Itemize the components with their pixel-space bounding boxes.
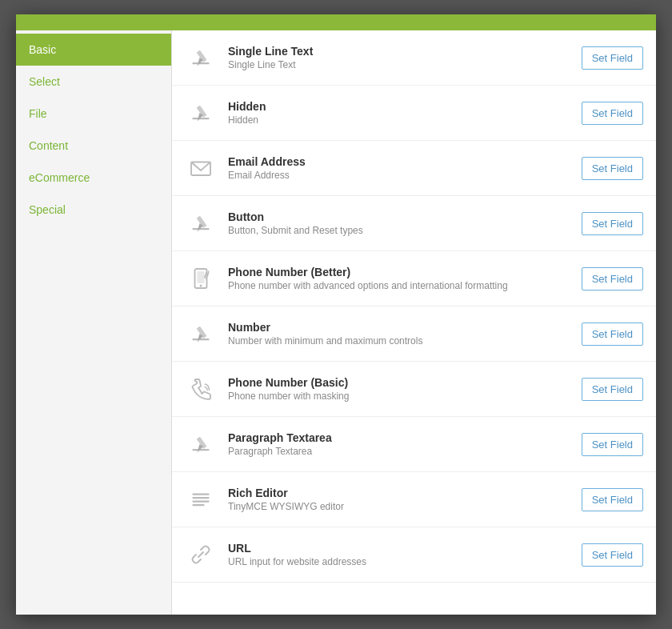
field-desc-email-address: Email Address xyxy=(228,170,570,181)
field-row-phone-number-basic: Phone Number (Basic)Phone number with ma… xyxy=(172,362,656,417)
svg-rect-21 xyxy=(193,501,210,503)
field-row-rich-editor: Rich EditorTinyMCE WYSIWYG editorSet Fie… xyxy=(172,472,656,527)
set-field-button-phone-number-better[interactable]: Set Field xyxy=(582,267,643,290)
svg-rect-3 xyxy=(193,118,210,119)
field-desc-hidden: Hidden xyxy=(228,114,570,126)
field-desc-number: Number with minimum and maximum controls xyxy=(228,335,570,347)
field-info-phone-number-better: Phone Number (Better)Phone number with a… xyxy=(228,266,570,291)
svg-rect-16 xyxy=(193,449,210,451)
set-field-button-phone-number-basic[interactable]: Set Field xyxy=(582,378,643,401)
field-desc-url: URL input for website addresses xyxy=(228,556,570,567)
field-name-rich-editor: Rich Editor xyxy=(228,487,570,499)
modal: BasicSelectFileContenteCommerceSpecial S… xyxy=(16,14,656,615)
content-area: Single Line TextSingle Line TextSet Fiel… xyxy=(172,30,656,615)
modal-body: BasicSelectFileContenteCommerceSpecial S… xyxy=(16,30,656,615)
svg-rect-20 xyxy=(193,497,210,499)
field-desc-paragraph-textarea: Paragraph Textarea xyxy=(228,446,570,457)
field-info-url: URLURL input for website addresses xyxy=(228,542,570,567)
field-row-email-address: Email AddressEmail AddressSet Field xyxy=(172,141,656,196)
envelope-icon xyxy=(185,152,217,184)
field-name-hidden: Hidden xyxy=(228,100,570,113)
set-field-button-button[interactable]: Set Field xyxy=(582,212,643,235)
svg-rect-13 xyxy=(193,339,210,340)
sidebar-item-special[interactable]: Special xyxy=(16,194,171,226)
sidebar-item-file[interactable]: File xyxy=(16,98,171,130)
field-desc-rich-editor: TinyMCE WYSIWYG editor xyxy=(228,501,570,512)
svg-rect-22 xyxy=(193,504,205,506)
svg-rect-7 xyxy=(193,228,210,230)
field-row-hidden: HiddenHiddenSet Field xyxy=(172,86,656,141)
field-info-email-address: Email AddressEmail Address xyxy=(228,155,570,181)
svg-rect-11 xyxy=(198,271,205,283)
field-desc-phone-number-better: Phone number with advanced options and i… xyxy=(228,280,570,291)
svg-rect-19 xyxy=(193,494,210,495)
field-name-number: Number xyxy=(228,321,570,334)
field-info-paragraph-textarea: Paragraph TextareaParagraph Textarea xyxy=(228,431,570,457)
set-field-button-url[interactable]: Set Field xyxy=(582,543,643,567)
pencil-icon xyxy=(185,428,217,460)
sidebar-item-select[interactable]: Select xyxy=(16,66,171,98)
field-info-hidden: HiddenHidden xyxy=(228,100,570,126)
field-row-paragraph-textarea: Paragraph TextareaParagraph TextareaSet … xyxy=(172,417,656,472)
sidebar-item-basic[interactable]: Basic xyxy=(16,34,171,66)
sidebar-item-ecommerce[interactable]: eCommerce xyxy=(16,162,171,194)
field-info-number: NumberNumber with minimum and maximum co… xyxy=(228,321,570,347)
pencil-icon xyxy=(185,207,217,239)
sidebar: BasicSelectFileContenteCommerceSpecial xyxy=(16,30,172,615)
field-desc-single-line-text: Single Line Text xyxy=(228,59,570,70)
field-row-single-line-text: Single Line TextSingle Line TextSet Fiel… xyxy=(172,30,656,86)
field-name-phone-number-basic: Phone Number (Basic) xyxy=(228,376,570,389)
pencil-icon xyxy=(185,318,217,350)
field-name-single-line-text: Single Line Text xyxy=(228,45,570,58)
field-desc-phone-number-basic: Phone number with masking xyxy=(228,391,570,402)
field-row-url: URLURL input for website addressesSet Fi… xyxy=(172,527,656,583)
field-info-button: ButtonButton, Submit and Reset types xyxy=(228,210,570,236)
field-name-paragraph-textarea: Paragraph Textarea xyxy=(228,431,570,444)
field-name-email-address: Email Address xyxy=(228,155,570,168)
set-field-button-rich-editor[interactable]: Set Field xyxy=(582,488,643,511)
sidebar-item-content[interactable]: Content xyxy=(16,130,171,162)
field-name-button: Button xyxy=(228,210,570,223)
link-icon xyxy=(185,539,217,571)
pencil-icon xyxy=(185,42,217,74)
phone-icon xyxy=(185,262,217,294)
field-row-phone-number-better: Phone Number (Better)Phone number with a… xyxy=(172,251,656,306)
pencil-icon xyxy=(185,97,217,129)
modal-header xyxy=(16,14,656,30)
phone-basic-icon xyxy=(185,373,217,405)
svg-rect-0 xyxy=(193,62,210,64)
set-field-button-email-address[interactable]: Set Field xyxy=(582,157,643,180)
field-desc-button: Button, Submit and Reset types xyxy=(228,225,570,236)
field-name-url: URL xyxy=(228,542,570,555)
field-row-number: NumberNumber with minimum and maximum co… xyxy=(172,306,656,362)
set-field-button-hidden[interactable]: Set Field xyxy=(582,102,643,125)
field-name-phone-number-better: Phone Number (Better) xyxy=(228,266,570,278)
svg-point-12 xyxy=(200,285,202,287)
set-field-button-number[interactable]: Set Field xyxy=(582,323,643,346)
set-field-button-paragraph-textarea[interactable]: Set Field xyxy=(582,433,643,456)
field-row-button: ButtonButton, Submit and Reset typesSet … xyxy=(172,196,656,251)
field-info-single-line-text: Single Line TextSingle Line Text xyxy=(228,45,570,70)
field-info-rich-editor: Rich EditorTinyMCE WYSIWYG editor xyxy=(228,487,570,512)
field-info-phone-number-basic: Phone Number (Basic)Phone number with ma… xyxy=(228,376,570,402)
lines-icon xyxy=(185,483,217,515)
set-field-button-single-line-text[interactable]: Set Field xyxy=(582,46,643,70)
